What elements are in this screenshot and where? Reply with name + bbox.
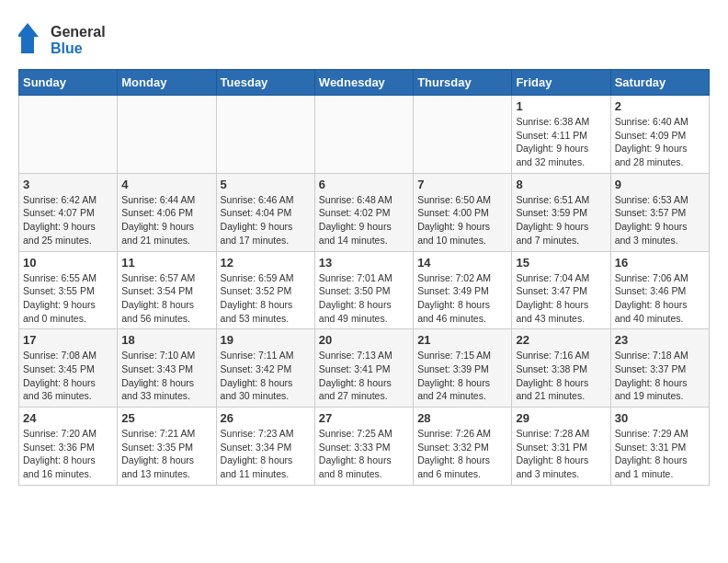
day-info: Sunrise: 6:46 AM Sunset: 4:04 PM Dayligh…	[221, 193, 311, 247]
weekday-header-row: SundayMondayTuesdayWednesdayThursdayFrid…	[19, 70, 710, 96]
day-number: 14	[417, 256, 507, 270]
calendar-cell: 30Sunrise: 7:29 AM Sunset: 3:31 PM Dayli…	[610, 408, 709, 486]
calendar-cell: 8Sunrise: 6:51 AM Sunset: 3:59 PM Daylig…	[512, 173, 610, 251]
day-info: Sunrise: 7:08 AM Sunset: 3:45 PM Dayligh…	[23, 349, 113, 403]
day-info: Sunrise: 6:40 AM Sunset: 4:09 PM Dayligh…	[615, 115, 705, 169]
day-number: 5	[221, 178, 311, 191]
day-number: 16	[615, 256, 705, 270]
weekday-header-monday: Monday	[118, 70, 216, 96]
day-info: Sunrise: 7:23 AM Sunset: 3:34 PM Dayligh…	[221, 427, 311, 481]
logo-svg: GeneralBlue	[18, 18, 129, 60]
day-number: 8	[516, 178, 606, 191]
day-info: Sunrise: 7:21 AM Sunset: 3:35 PM Dayligh…	[121, 427, 211, 481]
day-number: 13	[319, 256, 409, 270]
day-info: Sunrise: 6:42 AM Sunset: 4:07 PM Dayligh…	[23, 193, 113, 247]
calendar-cell: 3Sunrise: 6:42 AM Sunset: 4:07 PM Daylig…	[19, 173, 118, 251]
day-number: 29	[516, 411, 606, 425]
day-info: Sunrise: 7:25 AM Sunset: 3:33 PM Dayligh…	[319, 427, 409, 481]
calendar-cell: 5Sunrise: 6:46 AM Sunset: 4:04 PM Daylig…	[216, 173, 314, 251]
day-info: Sunrise: 6:53 AM Sunset: 3:57 PM Dayligh…	[615, 193, 705, 247]
calendar-header: SundayMondayTuesdayWednesdayThursdayFrid…	[19, 70, 710, 96]
calendar-cell: 26Sunrise: 7:23 AM Sunset: 3:34 PM Dayli…	[216, 408, 314, 486]
calendar-body: 1Sunrise: 6:38 AM Sunset: 4:11 PM Daylig…	[19, 96, 710, 486]
day-number: 15	[516, 256, 606, 270]
calendar-cell: 4Sunrise: 6:44 AM Sunset: 4:06 PM Daylig…	[118, 173, 216, 251]
day-number: 2	[615, 99, 705, 113]
calendar-cell	[216, 96, 314, 174]
calendar-week-2: 3Sunrise: 6:42 AM Sunset: 4:07 PM Daylig…	[19, 173, 710, 251]
calendar-cell: 2Sunrise: 6:40 AM Sunset: 4:09 PM Daylig…	[610, 96, 709, 174]
calendar-cell: 27Sunrise: 7:25 AM Sunset: 3:33 PM Dayli…	[314, 408, 413, 486]
day-number: 23	[615, 333, 705, 347]
calendar-cell	[414, 96, 512, 174]
calendar-cell: 7Sunrise: 6:50 AM Sunset: 4:00 PM Daylig…	[414, 173, 512, 251]
weekday-header-thursday: Thursday	[414, 70, 512, 96]
day-info: Sunrise: 7:15 AM Sunset: 3:39 PM Dayligh…	[417, 349, 507, 403]
day-info: Sunrise: 7:11 AM Sunset: 3:42 PM Dayligh…	[221, 349, 311, 403]
day-number: 25	[121, 411, 211, 425]
day-info: Sunrise: 7:28 AM Sunset: 3:31 PM Dayligh…	[516, 427, 606, 481]
weekday-header-wednesday: Wednesday	[314, 70, 413, 96]
calendar-week-1: 1Sunrise: 6:38 AM Sunset: 4:11 PM Daylig…	[19, 96, 710, 174]
day-info: Sunrise: 6:51 AM Sunset: 3:59 PM Dayligh…	[516, 193, 606, 247]
calendar-cell: 28Sunrise: 7:26 AM Sunset: 3:32 PM Dayli…	[414, 408, 512, 486]
day-info: Sunrise: 7:02 AM Sunset: 3:49 PM Dayligh…	[417, 271, 507, 326]
weekday-header-friday: Friday	[512, 70, 610, 96]
logo: GeneralBlue	[18, 18, 129, 60]
day-number: 9	[615, 178, 705, 191]
calendar-cell: 6Sunrise: 6:48 AM Sunset: 4:02 PM Daylig…	[314, 173, 413, 251]
day-info: Sunrise: 6:50 AM Sunset: 4:00 PM Dayligh…	[417, 193, 507, 247]
calendar-cell: 22Sunrise: 7:16 AM Sunset: 3:38 PM Dayli…	[512, 329, 610, 408]
day-info: Sunrise: 6:44 AM Sunset: 4:06 PM Dayligh…	[121, 193, 211, 247]
day-info: Sunrise: 7:18 AM Sunset: 3:37 PM Dayligh…	[615, 349, 705, 403]
calendar-week-3: 10Sunrise: 6:55 AM Sunset: 3:55 PM Dayli…	[19, 251, 710, 329]
weekday-header-tuesday: Tuesday	[216, 70, 314, 96]
svg-marker-2	[18, 23, 39, 53]
day-info: Sunrise: 7:20 AM Sunset: 3:36 PM Dayligh…	[23, 427, 113, 481]
weekday-header-sunday: Sunday	[19, 70, 118, 96]
svg-text:General: General	[51, 24, 106, 40]
day-number: 12	[221, 256, 311, 270]
calendar-cell: 24Sunrise: 7:20 AM Sunset: 3:36 PM Dayli…	[19, 408, 118, 486]
day-info: Sunrise: 7:29 AM Sunset: 3:31 PM Dayligh…	[615, 427, 705, 481]
calendar-cell: 16Sunrise: 7:06 AM Sunset: 3:46 PM Dayli…	[610, 251, 709, 329]
day-info: Sunrise: 6:48 AM Sunset: 4:02 PM Dayligh…	[319, 193, 409, 247]
day-number: 18	[121, 333, 211, 347]
day-number: 10	[23, 256, 113, 270]
day-info: Sunrise: 7:06 AM Sunset: 3:46 PM Dayligh…	[615, 271, 705, 326]
day-info: Sunrise: 7:10 AM Sunset: 3:43 PM Dayligh…	[121, 349, 211, 403]
day-info: Sunrise: 6:38 AM Sunset: 4:11 PM Dayligh…	[516, 115, 606, 169]
calendar-cell: 11Sunrise: 6:57 AM Sunset: 3:54 PM Dayli…	[118, 251, 216, 329]
day-number: 28	[417, 411, 507, 425]
calendar-cell: 12Sunrise: 6:59 AM Sunset: 3:52 PM Dayli…	[216, 251, 314, 329]
day-number: 21	[417, 333, 507, 347]
day-number: 4	[121, 178, 211, 191]
calendar-cell: 20Sunrise: 7:13 AM Sunset: 3:41 PM Dayli…	[314, 329, 413, 408]
calendar-cell: 15Sunrise: 7:04 AM Sunset: 3:47 PM Dayli…	[512, 251, 610, 329]
calendar-cell	[118, 96, 216, 174]
day-number: 11	[121, 256, 211, 270]
day-number: 1	[516, 99, 606, 113]
calendar-table: SundayMondayTuesdayWednesdayThursdayFrid…	[18, 69, 710, 486]
calendar-cell: 9Sunrise: 6:53 AM Sunset: 3:57 PM Daylig…	[610, 173, 709, 251]
weekday-header-saturday: Saturday	[610, 70, 709, 96]
day-info: Sunrise: 6:55 AM Sunset: 3:55 PM Dayligh…	[23, 271, 113, 326]
calendar-cell: 17Sunrise: 7:08 AM Sunset: 3:45 PM Dayli…	[19, 329, 118, 408]
calendar-week-4: 17Sunrise: 7:08 AM Sunset: 3:45 PM Dayli…	[19, 329, 710, 408]
day-info: Sunrise: 7:16 AM Sunset: 3:38 PM Dayligh…	[516, 349, 606, 403]
day-number: 17	[23, 333, 113, 347]
calendar-cell: 14Sunrise: 7:02 AM Sunset: 3:49 PM Dayli…	[414, 251, 512, 329]
calendar-cell: 13Sunrise: 7:01 AM Sunset: 3:50 PM Dayli…	[314, 251, 413, 329]
day-number: 24	[23, 411, 113, 425]
day-number: 7	[417, 178, 507, 191]
day-info: Sunrise: 6:57 AM Sunset: 3:54 PM Dayligh…	[121, 271, 211, 326]
day-number: 6	[319, 178, 409, 191]
day-info: Sunrise: 7:26 AM Sunset: 3:32 PM Dayligh…	[417, 427, 507, 481]
day-info: Sunrise: 6:59 AM Sunset: 3:52 PM Dayligh…	[221, 271, 311, 326]
day-number: 20	[319, 333, 409, 347]
day-number: 22	[516, 333, 606, 347]
day-number: 27	[319, 411, 409, 425]
header: GeneralBlue	[18, 18, 710, 60]
day-number: 19	[221, 333, 311, 347]
day-info: Sunrise: 7:04 AM Sunset: 3:47 PM Dayligh…	[516, 271, 606, 326]
